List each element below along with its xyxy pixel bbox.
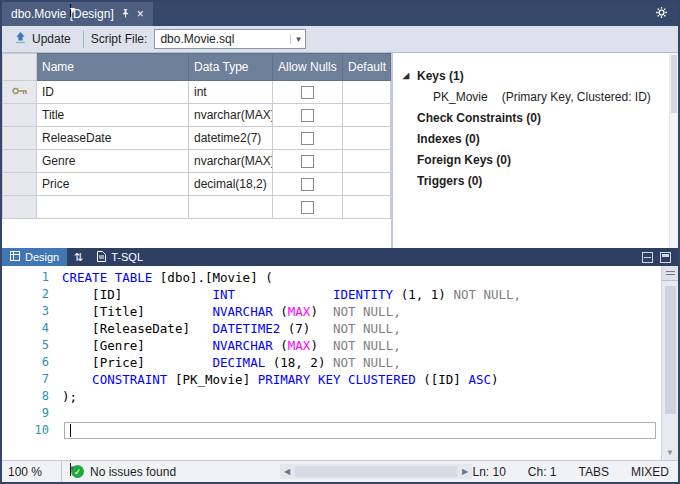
row-selector[interactable] [3,81,37,104]
grid-row[interactable] [3,196,391,219]
cell-allownulls[interactable] [273,196,343,219]
allow-nulls-checkbox[interactable] [301,86,314,99]
allow-nulls-checkbox[interactable] [301,178,314,191]
editor-vertical-scrollbar[interactable]: ▼ [661,266,678,460]
grid-column-header[interactable]: Name [37,54,189,81]
grid-row[interactable]: Titlenvarchar(MAX) [3,104,391,127]
tabs-indicator[interactable]: TABS [579,465,609,479]
editor-horizontal-scrollbar[interactable]: ◀ ▶ [280,464,472,479]
code-line[interactable]: 9 [2,405,678,422]
cell-datatype[interactable]: datetime2(7) [189,127,273,150]
row-selector[interactable] [3,196,37,219]
cell-allownulls[interactable] [273,173,343,196]
cell-default[interactable] [343,104,391,127]
expander-icon[interactable]: ◢ [403,71,417,80]
document-tab[interactable]: dbo.Movie [Design] × [2,2,153,26]
close-icon[interactable]: × [137,8,144,20]
row-selector[interactable] [3,104,37,127]
grid-column-header[interactable]: Allow Nulls [273,54,343,81]
cell-name[interactable]: Price [37,173,189,196]
cell-allownulls[interactable] [273,81,343,104]
scrollbar-thumb[interactable] [295,466,457,477]
code-line[interactable]: 4 [ReleaseDate] DATETIME2 (7) NOT NULL, [2,320,678,337]
cell-name[interactable]: ID [37,81,189,104]
scrollbar-thumb[interactable] [665,286,676,414]
combo-dropdown-icon[interactable]: ▾ [290,34,305,44]
cell-name[interactable]: Genre [37,150,189,173]
line-indicator[interactable]: Ln: 10 [472,465,505,479]
code-line[interactable]: 10 [2,422,678,439]
grid-row[interactable]: IDint [3,81,391,104]
cell-allownulls[interactable] [273,150,343,173]
pane-switcher-bar: Design ⇅ T-SQL [2,248,678,266]
code-line[interactable]: 2 [ID] INT IDENTITY (1, 1) NOT NULL, [2,286,678,303]
update-button[interactable]: Update [9,29,76,49]
cell-default[interactable] [343,81,391,104]
scrollbar-thumb[interactable] [671,55,677,113]
tab-tsql[interactable]: T-SQL [89,248,151,266]
grid-column-header[interactable]: Data Type [189,54,273,81]
chevron-down-icon[interactable]: ▾ [70,4,71,17]
grid-row[interactable]: Pricedecimal(18,2) [3,173,391,196]
tree-child-item[interactable]: PK_Movie(Primary Key, Clustered: ID) [393,86,678,107]
swap-panes-icon[interactable]: ⇅ [67,248,89,266]
code-line[interactable]: 1CREATE TABLE [dbo].[Movie] ( [2,269,678,286]
cell-datatype[interactable]: decimal(18,2) [189,173,273,196]
cell-datatype[interactable]: nvarchar(MAX) [189,150,273,173]
cell-default[interactable] [343,150,391,173]
grid-row[interactable]: ReleaseDatedatetime2(7) [3,127,391,150]
zoom-selector[interactable]: 100 % ▾ [2,461,62,482]
allow-nulls-checkbox[interactable] [301,132,314,145]
cell-datatype[interactable] [189,196,273,219]
cell-name[interactable]: ReleaseDate [37,127,189,150]
tab-design[interactable]: Design [2,248,67,266]
cell-default[interactable] [343,127,391,150]
allow-nulls-checkbox[interactable] [301,155,314,168]
cell-default[interactable] [343,196,391,219]
cell-name[interactable] [37,196,189,219]
scroll-left-icon[interactable]: ◀ [280,467,294,476]
health-indicator[interactable]: ✓ No issues found [62,465,176,479]
code-line[interactable]: 5 [Genre] NVARCHAR (MAX) NOT NULL, [2,337,678,354]
code-line[interactable]: 8); [2,388,678,405]
cell-name[interactable]: Title [37,104,189,127]
grid-corner-cell[interactable] [3,54,37,81]
gear-icon[interactable] [655,5,668,23]
grid-row[interactable]: Genrenvarchar(MAX) [3,150,391,173]
code-line[interactable]: 6 [Price] DECIMAL (18, 2) NOT NULL, [2,354,678,371]
scroll-right-icon[interactable]: ▶ [458,467,472,476]
line-number: 9 [2,405,62,422]
row-selector[interactable] [3,150,37,173]
maximize-pane-icon[interactable] [660,252,671,263]
tsql-editor[interactable]: 1CREATE TABLE [dbo].[Movie] (2 [ID] INT … [2,266,678,460]
tree-item[interactable]: ◢Keys (1) [393,65,678,86]
row-selector[interactable] [3,127,37,150]
tree-item[interactable]: Indexes (0) [393,128,678,149]
cell-datatype[interactable]: int [189,81,273,104]
line-ending-indicator[interactable]: MIXED [631,465,669,479]
allow-nulls-checkbox[interactable] [301,109,314,122]
scroll-down-icon[interactable]: ▼ [668,448,673,457]
tree-item[interactable]: Check Constraints (0) [393,107,678,128]
code-text [62,405,678,422]
tree-item[interactable]: Triggers (0) [393,170,678,191]
editor-splitter-grip[interactable] [662,266,678,281]
split-pane-icon[interactable] [642,252,653,263]
grid-header-row: NameData TypeAllow NullsDefault [3,54,391,81]
tsql-tab-label: T-SQL [111,251,143,263]
grid-column-header[interactable]: Default [343,54,391,81]
keys-panel-scrollbar[interactable] [669,53,678,248]
cell-allownulls[interactable] [273,104,343,127]
code-line[interactable]: 7 CONSTRAINT [PK_Movie] PRIMARY KEY CLUS… [2,371,678,388]
cell-default[interactable] [343,173,391,196]
row-selector[interactable] [3,173,37,196]
column-indicator[interactable]: Ch: 1 [528,465,557,479]
status-bar: 100 % ▾ ✓ No issues found ◀ ▶ Ln: 10 Ch:… [2,460,678,482]
script-file-combobox[interactable]: dbo.Movie.sql ▾ [154,29,306,49]
cell-datatype[interactable]: nvarchar(MAX) [189,104,273,127]
allow-nulls-checkbox[interactable] [301,201,314,214]
tree-item[interactable]: Foreign Keys (0) [393,149,678,170]
cell-allownulls[interactable] [273,127,343,150]
code-line[interactable]: 3 [Title] NVARCHAR (MAX) NOT NULL, [2,303,678,320]
pin-icon[interactable] [121,7,130,21]
